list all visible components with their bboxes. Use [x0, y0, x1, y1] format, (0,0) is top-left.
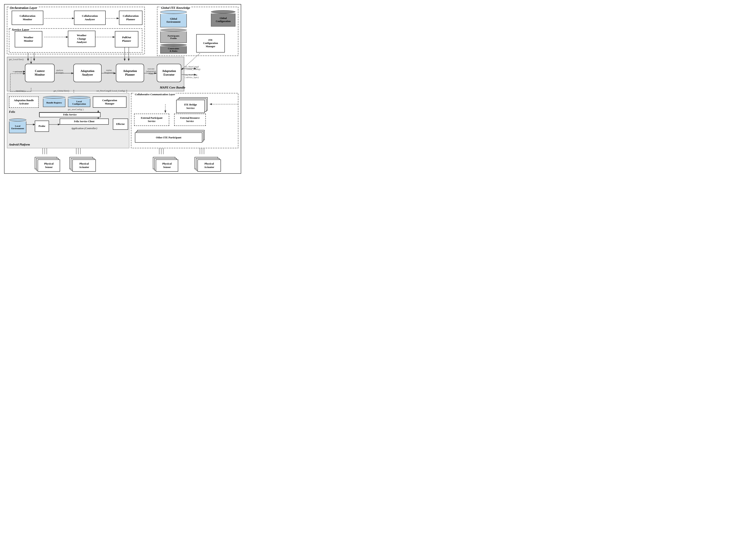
local-configuration-cylinder: Local Configuration [68, 96, 90, 108]
adaptation-planner-box: Adaptation Planner [116, 64, 144, 82]
analyze-gauge-label: analyze (Gauge) [56, 69, 63, 74]
mape-label: MAPE Core Bundle [160, 86, 185, 89]
req-extcomp-label: req_ExtComp ( service_Spec) [185, 73, 199, 78]
collab-analyzer-box: Collaboration Analyzer [74, 11, 106, 25]
local-environment-cylinder: Local Environment [9, 119, 26, 135]
other-ite-participant-box: Other ITE Participant [135, 132, 202, 143]
felix-service-box: Felix Service [39, 112, 100, 117]
constraints-rules-cylinder: Constraints & Rules [160, 44, 187, 55]
weather-change-analyzer-box: Weather Change Analyzer [68, 31, 95, 47]
android-label: Android Platform [9, 143, 30, 146]
main-diagram: Orchestration Layer Service Layer Global… [4, 4, 241, 174]
probe-box: Probe [35, 120, 49, 132]
collab-monitor-box: Collaboration Monitor [12, 11, 43, 25]
activate-label: activate( ) [15, 70, 24, 73]
bundle-registry-cylinder: Bundle Registry [43, 96, 66, 108]
timeout-label: timeOut( ) [16, 90, 25, 92]
configuration-manager-box: Configuration Manager [93, 96, 126, 108]
adaptation-executor-box: Adaptation Executor [157, 64, 181, 82]
ite-bridge-service-box: ITE Bridge Service [176, 100, 205, 113]
connectors-svg [5, 5, 241, 173]
ite-config-manager-box: ITE Configuration Manager [196, 34, 225, 53]
felix-label: Felix [9, 110, 15, 114]
felix-service-client-box: Felix Service Client [60, 119, 109, 125]
get-newconfig-label: get_newConfig( ) [68, 108, 84, 111]
orchestration-layer-label: Orchestration Layer [9, 6, 38, 10]
external-participant-service-box: External Participant Service [134, 114, 169, 126]
effector-box: Effector [113, 119, 128, 130]
set-newconfig-local-label: set_NewCongif( Local_Config) [96, 90, 125, 92]
global-configuration-cylinder: Global Configuration [211, 10, 235, 29]
adaptation-analyzer-box: Adaptation Analyzer [73, 64, 101, 82]
replan-diagnosis-label: replan Diagnosis) [104, 69, 114, 74]
weather-monitor-box: Weather Monitor [15, 31, 42, 47]
participants-profile-cylinder: Participants Profile [160, 29, 187, 45]
execute-adaptation-label: execute (adaptation Plan) [146, 67, 156, 75]
get-local-env-label: get_Local Env() [9, 58, 24, 61]
physical-actuator1-box: Physical Actuator [72, 159, 96, 172]
global-ite-label: Global ITE Knowledge [160, 6, 191, 10]
app-controller-label: Application (Controller) [60, 127, 109, 130]
external-resource-service-box: External Resource Service [174, 114, 206, 126]
get-global-env-label: get_Global Env() [54, 90, 69, 92]
context-monitor-box: Context Monitor [25, 64, 55, 82]
physical-sensor1-box: Physical Sensor [38, 159, 60, 172]
pullout-planner-box: PullOut Planner [115, 31, 138, 47]
set-newconfig-global-label: set_NewCongif ( Global_Config) [185, 66, 200, 70]
physical-sensor2-box: Physical Sensor [156, 159, 178, 172]
collab-comm-label: Collaborative Communication Layer [134, 93, 176, 96]
physical-actuator2-box: Physical Actuator [198, 159, 221, 172]
adaptation-bundle-activator-box: Adaptation Bundle Activator [9, 96, 39, 108]
global-environment-cylinder: Global Environment [160, 10, 187, 31]
collab-planner-box: Collaboration Planner [119, 11, 143, 25]
